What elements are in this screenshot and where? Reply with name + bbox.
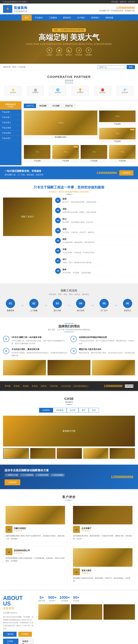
main-nav[interactable]: 首页 产品展示 工程案例 新闻资讯 关于我们 联系我们 招商加盟 xyxy=(0,15,138,21)
process-label-5: 工厂生产 xyxy=(100,309,108,312)
process-arrow-3: → xyxy=(68,304,70,307)
case-tab-all[interactable]: 全部案例 xyxy=(39,408,53,412)
sidebar-menu-item-6[interactable]: 产品分类六 xyxy=(0,136,21,141)
about-stat-num-1: 5+ xyxy=(38,595,45,600)
new-badge-2: NEW xyxy=(73,146,78,148)
logo-text-block: 装修装饰 专业装修装饰工程 xyxy=(14,6,27,12)
dark-banner-action: 13588888888 立即咨询 xyxy=(104,384,134,388)
search-button[interactable]: 搜索 xyxy=(127,65,135,69)
why-subtitle: 做大高质，让方于客户您足够好的得到我们能做到的 xyxy=(3,328,135,331)
process-label-1: 免费咨询 xyxy=(7,309,14,312)
product-tab-hotel[interactable]: 酒店隔断 xyxy=(37,104,49,108)
banner-icon-4: ✨ 时尚美观 xyxy=(75,48,82,56)
dark-banner: 零甲醛 高密度 高精度 长寿命 轻型化 环保节能 大文化空间、让室内更美观宜人 … xyxy=(0,381,138,391)
feature-title-7: 设计 xyxy=(63,258,91,261)
why-image-row xyxy=(3,360,135,375)
quality-6: 环保节能 xyxy=(50,385,58,388)
about-image-3 xyxy=(104,604,135,620)
blue-banner-text: 一站式酒店隔断新定制、安装服务 柔性隔断工程，工厂定制，隔音隔热，美观实用 xyxy=(4,170,43,176)
about-stat-3: 1000+ 成功案例 xyxy=(60,595,70,602)
nav-item-about[interactable]: 关于我们 xyxy=(74,15,88,21)
nav-item-contact[interactable]: 联系我们 xyxy=(88,15,102,21)
process-label-4: 签订合同 xyxy=(77,309,84,312)
features-title: 只专注于隔断工程这一件事，坚持把你做到极致 8大特点，轻松打造低碳环保的人性化空… xyxy=(3,185,135,194)
quality-1: 零甲醛 xyxy=(4,385,10,388)
nav-item-home[interactable]: 首页 xyxy=(22,15,32,21)
sidebar-menu-item-4[interactable]: 产品分类四 xyxy=(0,125,21,130)
about-detail-button[interactable]: 了解详情 xyxy=(3,632,16,637)
why-us-section: 选择我们的理由 做大高质，让方于客户您足够好的得到我们能做到的 ① 5年专注·隔… xyxy=(0,318,138,380)
case-thumb-2[interactable] xyxy=(30,448,56,459)
sidebar-menu-item-1[interactable]: 产品分类一 xyxy=(0,110,21,115)
top-bar: 欢迎光临装修装饰公司官方网站！ 网站地图 收藏本站 设为首页 xyxy=(0,0,138,4)
partners-list: ⭐ 合作伙伴1 🏢 合作伙伴2 🌐 合作伙伴3 xyxy=(3,86,135,96)
case-thumb-4[interactable] xyxy=(83,448,108,459)
sidebar-menu-item-2[interactable]: 产品分类二 xyxy=(0,115,21,120)
case-tab-hotel[interactable]: 酒店案例 xyxy=(53,408,67,412)
dark-banner-consult-button[interactable]: 立即咨询 xyxy=(125,384,134,388)
product-tab-other[interactable]: 其他产品 xyxy=(63,104,75,108)
why-title-line xyxy=(65,323,73,324)
reviews-grid: 📷 内蒙古某酒店 ★★★★★ 内蒙古隔断装饰精工有限公司的产品质量非常好，安装团… xyxy=(3,504,135,585)
review-text-1: 内蒙古隔断装饰精工有限公司的产品质量非常好，安装团队专业细心，服务态度一流，非常… xyxy=(5,534,65,540)
reviewer-stars-4: ★★★★☆ xyxy=(81,572,91,574)
feature-title-5: 隔音 xyxy=(63,238,95,241)
review-item-2: 📷 北京某餐厅 ★★★★★ 室内隔断效果非常好，隔音效果很好，外观也非常漂亮，推… xyxy=(70,504,135,542)
case-thumb-5[interactable] xyxy=(110,448,135,459)
why-num-1: ① xyxy=(3,336,9,342)
reviewer-4: 📷 某某大酒店 ★★★★☆ xyxy=(73,568,133,575)
why-desc-1: 5年专注隔断工程，积累丰富的施工经验，为客户提供专业的隔断解决方案，是您可信赖的… xyxy=(11,340,68,345)
sidebar-menu-item-5[interactable]: 产品分类五 xyxy=(0,130,21,136)
nav-item-join[interactable]: 招商加盟 xyxy=(102,15,116,21)
partner-logo-6: 💎 合作伙伴6 xyxy=(117,86,134,96)
partners-section: COOPERATIVE PARTNER 合作伙伴 ⭐ 合作伙伴1 🏢 合作伙伴2 xyxy=(0,70,138,100)
sitemap-link[interactable]: 网站地图 xyxy=(111,1,118,2)
breadcrumb: 您的位置：首页 > 产品列表 xyxy=(3,66,96,68)
banner-icon-1: 🏗 工程施工 xyxy=(46,48,53,56)
sidebar-menu-item-3[interactable]: 产品分类三 xyxy=(0,120,21,125)
process-label-6: 安装完工 xyxy=(124,309,131,312)
new-badge-1: NEW xyxy=(130,128,135,130)
feature-num-8: 08 xyxy=(55,268,61,274)
banner-icon-3: 📐 规范设计 xyxy=(66,48,72,56)
blue-banner-consult-button[interactable]: 立即咨询 xyxy=(119,170,134,176)
feature-desc-7: 免费上门设计，根据需求定制专属方案 xyxy=(63,261,91,264)
banner-icons: 🏗 工程施工 ⭐ 品质保证 📐 规范设计 ✨ 时尚美观 🛠 优质服务 xyxy=(26,48,112,56)
features-section: 只专注于隔断工程这一件事，坚持把你做到极致 8大特点，轻松打造低碳环保的人性化空… xyxy=(0,180,138,283)
case-tab-other[interactable]: 其他 xyxy=(89,408,99,412)
case-tab-restaurant[interactable]: 餐厅 xyxy=(79,408,89,412)
reviewer-avatar-1: 📷 xyxy=(5,526,12,533)
process-step-1: 01 免费咨询 xyxy=(6,299,15,312)
about-tab-intro[interactable]: 公司简介 xyxy=(3,638,18,644)
product-tab-all[interactable]: 全部产品 xyxy=(24,104,36,108)
process-circle-1: 01 xyxy=(6,299,15,308)
reviewer-info-2: 北京某餐厅 ★★★★★ xyxy=(81,527,91,532)
feature-item-8: 08 服务 售后有保障，专业团队，全程跟踪服务 xyxy=(55,268,135,276)
about-contact-button[interactable]: 联系我们 xyxy=(18,632,32,637)
case-thumb-1[interactable] xyxy=(3,448,29,459)
about-tab-history[interactable]: 发展历程 xyxy=(18,638,34,644)
case-tab-meeting[interactable]: 会议室 xyxy=(67,408,79,412)
partner-item-4: 🏆 合作伙伴4 xyxy=(72,86,89,96)
homepage-link[interactable]: 设为首页 xyxy=(128,1,135,2)
cases-title-cn: 发现展示 xyxy=(3,401,135,404)
quality-4: 长寿命 xyxy=(32,385,38,388)
product-tab-office[interactable]: 办公隔断 xyxy=(50,104,62,108)
nav-item-case[interactable]: 工程案例 xyxy=(46,15,60,21)
why-text-2: 品质源自追求和精益求精的态度 严格的品质管理体系，每个产品都经过严格检测，确保质… xyxy=(79,336,135,345)
bookmark-link[interactable]: 收藏本站 xyxy=(120,1,127,2)
feature-num-1: 01 xyxy=(55,198,61,203)
product-grid: 产品 产品名称 产品 NEW 产品名称 产品 产品名称 产品 xyxy=(24,145,136,163)
about-left: ABOUTUS 某某装饰 专业隔断·品质保证 我们是专业从事活动隔断、移动隔断、… xyxy=(3,595,34,644)
blue-banner-title: 一站式酒店隔断新定制、安装服务 xyxy=(4,170,43,173)
reviewer-name-1: 内蒙古某酒店 xyxy=(14,527,26,530)
hotel-banner-consult-button[interactable]: 立即咨询 xyxy=(4,480,20,485)
case-thumb-3[interactable] xyxy=(57,448,82,459)
feature-title-8: 服务 xyxy=(63,268,91,271)
process-arrow-2: → xyxy=(44,304,47,307)
nav-item-product[interactable]: 产品展示 xyxy=(32,15,46,21)
features-image: 隔断工程展示 xyxy=(3,198,52,278)
search-input[interactable] xyxy=(97,65,125,69)
quality-desc: 大文化空间、让室内更美观宜人 xyxy=(61,385,89,388)
nav-item-news[interactable]: 新闻资讯 xyxy=(60,15,74,21)
